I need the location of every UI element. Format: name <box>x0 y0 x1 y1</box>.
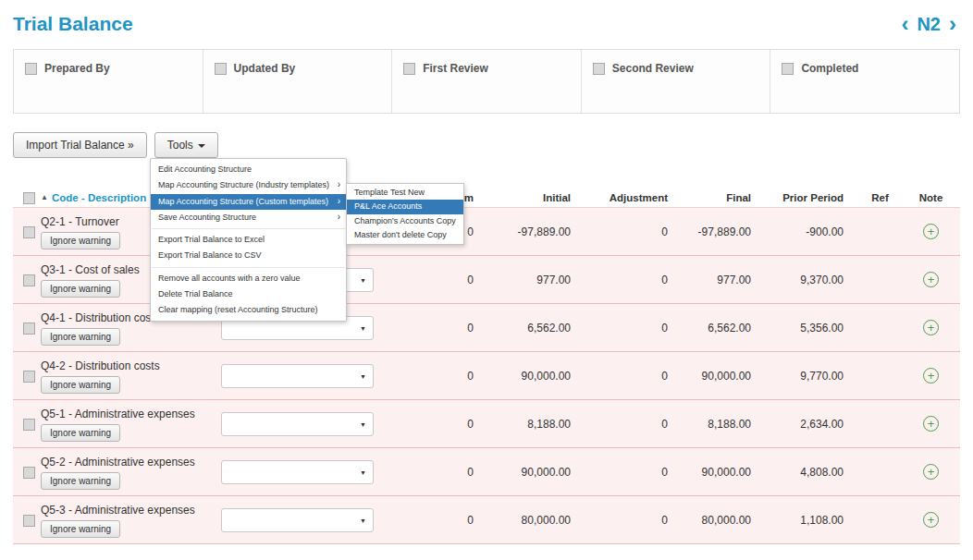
row-checkbox[interactable] <box>23 419 35 431</box>
column-header-code-description[interactable]: Code - Description <box>52 192 146 203</box>
account-description: Q5-3 - Administrative expenses <box>41 504 195 517</box>
interim-value: 0 <box>388 352 485 399</box>
account-description: Q4-1 - Distribution costs <box>41 311 160 324</box>
menu-item-export-csv[interactable]: Export Trial Balance to CSV <box>151 248 346 263</box>
menu-item-remove-zero-accounts[interactable]: Remove all accounts with a zero value <box>151 271 346 286</box>
account-mapping-select[interactable]: ▼ <box>221 508 374 532</box>
menu-item-delete-trial-balance[interactable]: Delete Trial Balance <box>151 286 346 302</box>
ref-cell <box>855 304 905 351</box>
row-checkbox[interactable] <box>23 371 35 383</box>
first-review-checkbox[interactable] <box>403 63 415 75</box>
completed-checkbox[interactable] <box>782 63 794 75</box>
adjustment-value: 0 <box>582 400 679 447</box>
menu-item-edit-accounting-structure[interactable]: Edit Accounting Structure <box>151 162 346 177</box>
add-note-icon[interactable]: + <box>923 224 939 239</box>
filter-second-review: Second Review <box>582 50 771 113</box>
add-note-icon[interactable]: + <box>923 416 939 432</box>
page-title: Trial Balance <box>13 13 133 35</box>
filter-label: Prepared By <box>44 62 110 75</box>
select-all-checkbox[interactable] <box>23 192 35 204</box>
menu-item-label: Map Accounting Structure (Industry templ… <box>158 180 329 189</box>
column-header-ref: Ref <box>855 192 905 203</box>
prior-period-value: 1,108.00 <box>762 496 855 543</box>
add-note-icon[interactable]: + <box>923 272 939 287</box>
add-note-icon[interactable]: + <box>923 512 939 528</box>
next-sheet-icon[interactable]: › <box>949 13 956 35</box>
initial-value: 80,000.00 <box>485 496 582 543</box>
add-note-icon[interactable]: + <box>923 368 939 383</box>
ignore-warning-button[interactable]: Ignore warning <box>41 424 120 442</box>
caret-down-icon: ▼ <box>360 276 366 283</box>
updated-by-checkbox[interactable] <box>215 63 227 75</box>
tools-button-label: Tools <box>167 139 193 152</box>
row-checkbox[interactable] <box>23 467 35 479</box>
adjustment-value: 0 <box>582 448 679 495</box>
submenu-item-master-dont-delete-copy[interactable]: Master don't delete Copy <box>347 228 463 242</box>
menu-divider <box>152 228 345 229</box>
ignore-warning-button[interactable]: Ignore warning <box>41 472 120 490</box>
plus-glyph: + <box>928 274 935 286</box>
add-note-icon[interactable]: + <box>923 464 939 480</box>
table-row: Q5-2 - Administrative expenses Ignore wa… <box>13 448 960 496</box>
second-review-checkbox[interactable] <box>593 63 605 75</box>
final-value: 8,188.00 <box>679 400 762 447</box>
initial-value: 977.00 <box>485 256 582 303</box>
row-checkbox[interactable] <box>23 226 35 238</box>
row-checkbox[interactable] <box>23 323 35 335</box>
submenu-item-champions-accounts-copy[interactable]: Champion's Accounts Copy <box>347 214 463 228</box>
account-description: Q3-1 - Cost of sales <box>41 263 140 276</box>
menu-item-label: Save Accounting Structure <box>158 213 256 222</box>
ignore-warning-button[interactable]: Ignore warning <box>41 232 120 250</box>
final-value: 90,000.00 <box>679 352 762 399</box>
initial-value: 8,188.00 <box>485 400 582 447</box>
initial-value: -97,889.00 <box>485 208 582 255</box>
ignore-warning-button[interactable]: Ignore warning <box>41 328 120 346</box>
ref-cell <box>855 208 905 255</box>
import-trial-balance-button[interactable]: Import Trial Balance » <box>13 132 147 158</box>
interim-value: 0 <box>388 496 485 543</box>
final-value: 80,000.00 <box>679 496 762 543</box>
adjustment-value: 0 <box>582 496 679 543</box>
account-mapping-select[interactable]: ▼ <box>221 412 374 436</box>
prepared-by-checkbox[interactable] <box>25 63 37 75</box>
final-value: 6,562.00 <box>679 304 762 351</box>
account-mapping-select[interactable]: ▼ <box>221 460 374 484</box>
tools-button[interactable]: Tools <box>154 132 218 158</box>
tools-menu: Edit Accounting Structure Map Accounting… <box>150 158 347 322</box>
submenu-item-pl-ace-accounts[interactable]: P&L Ace Accounts <box>347 200 463 213</box>
menu-item-map-industry-templates[interactable]: Map Accounting Structure (Industry templ… <box>151 177 346 193</box>
initial-value: 90,000.00 <box>485 448 582 495</box>
sheet-pager: ‹ N2 › <box>901 13 960 35</box>
menu-item-export-excel[interactable]: Export Trial Balance to Excel <box>151 232 346 248</box>
account-description: Q5-2 - Administrative expenses <box>41 456 195 469</box>
ignore-warning-button[interactable]: Ignore warning <box>41 376 120 394</box>
sort-asc-icon[interactable]: ▲ <box>41 193 48 201</box>
plus-glyph: + <box>928 370 935 382</box>
sheet-label: N2 <box>917 14 941 35</box>
interim-value: 0 <box>388 400 485 447</box>
plus-glyph: + <box>928 225 935 237</box>
final-value: 977.00 <box>679 256 762 303</box>
row-checkbox[interactable] <box>23 515 35 527</box>
ignore-warning-button[interactable]: Ignore warning <box>41 520 120 538</box>
interim-value: 0 <box>388 256 485 303</box>
row-checkbox[interactable] <box>23 274 35 286</box>
account-mapping-select[interactable]: ▼ <box>221 364 374 388</box>
prev-sheet-icon[interactable]: ‹ <box>901 13 908 35</box>
caret-down-icon <box>198 144 205 148</box>
account-description: Q5-1 - Administrative expenses <box>41 408 195 420</box>
menu-item-save-accounting-structure[interactable]: Save Accounting Structure› <box>151 210 346 225</box>
menu-item-map-custom-templates[interactable]: Map Accounting Structure (Custom templat… <box>151 194 346 210</box>
caret-down-icon: ▼ <box>360 324 366 331</box>
submenu-arrow-icon: › <box>338 212 340 224</box>
add-note-icon[interactable]: + <box>923 320 939 335</box>
submenu-item-template-test-new[interactable]: Template Test New <box>347 186 463 200</box>
submenu-arrow-icon: › <box>338 179 340 191</box>
column-header-prior-period: Prior Period <box>762 192 855 203</box>
custom-templates-submenu: Template Test New P&L Ace Accounts Champ… <box>346 183 464 245</box>
plus-glyph: + <box>928 418 935 430</box>
menu-item-clear-mapping[interactable]: Clear mapping (reset Accounting Structur… <box>151 302 346 318</box>
caret-down-icon: ▼ <box>360 469 366 475</box>
filter-label: Second Review <box>612 62 694 75</box>
ignore-warning-button[interactable]: Ignore warning <box>41 280 120 298</box>
